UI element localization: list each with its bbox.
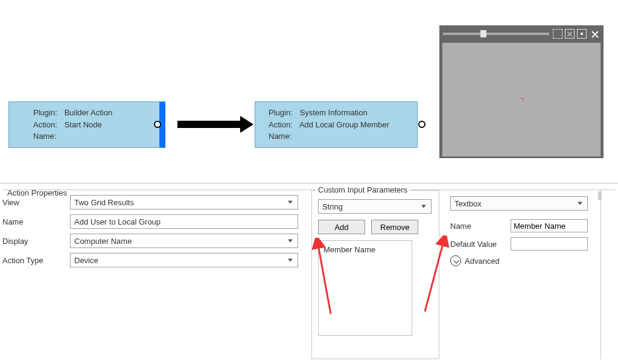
parameter-detail: Textbox Name Default Value Advanced	[444, 190, 601, 359]
view-label: View	[2, 198, 70, 207]
node-plugin-value: System Information	[300, 108, 368, 117]
scrollbar-thumb[interactable]	[598, 191, 602, 200]
node-start[interactable]: Plugin: Builder Action Action: Start Nod…	[8, 101, 165, 148]
custom-input-parameters: Custom Input Parameters String Add Remov…	[311, 190, 439, 359]
name-input[interactable]: Add User to Local Group	[70, 214, 298, 229]
node-action-label: Action:	[269, 119, 298, 131]
node-name-label: Name:	[33, 130, 62, 142]
preview-marker	[520, 98, 523, 101]
connector-arrow[interactable]	[177, 121, 243, 128]
node-plugin-label: Plugin:	[33, 107, 62, 119]
param-default-label: Default Value	[450, 240, 511, 249]
preview-zoom-slider[interactable]	[443, 33, 549, 35]
node-output-port[interactable]	[154, 121, 161, 128]
param-control-type-select[interactable]: Textbox	[450, 196, 588, 211]
chevron-down-icon	[450, 255, 461, 266]
node-name-label: Name:	[269, 130, 298, 142]
node-action-value: Start Node	[65, 120, 102, 129]
node-action-value: Add Local Group Member	[299, 120, 389, 129]
display-select[interactable]: Computer Name	[70, 234, 298, 248]
cip-listbox[interactable]: Member Name	[318, 240, 412, 336]
action-properties-panel: Action Properties View Two Grid Results …	[2, 190, 616, 359]
panel-divider[interactable]	[0, 183, 618, 184]
display-value: Computer Name	[74, 237, 132, 246]
param-name-label: Name	[450, 222, 511, 231]
add-button[interactable]: Add	[318, 220, 365, 234]
remove-button[interactable]: Remove	[371, 220, 418, 234]
workflow-canvas[interactable]: Plugin: Builder Action Action: Start Nod…	[0, 0, 618, 183]
param-name-input[interactable]	[511, 219, 588, 232]
name-label: Name	[2, 217, 70, 226]
preview-viewport[interactable]	[442, 42, 601, 157]
preview-window[interactable]	[439, 25, 604, 158]
cip-type-value: String	[322, 202, 343, 211]
view-value: Two Grid Results	[74, 198, 134, 207]
node-plugin-value: Builder Action	[65, 108, 113, 117]
action-type-label: Action Type	[2, 256, 70, 265]
param-default-input[interactable]	[511, 237, 588, 251]
fit-icon[interactable]	[553, 29, 562, 39]
param-control-type-value: Textbox	[454, 199, 482, 208]
display-label: Display	[2, 237, 70, 246]
action-type-select[interactable]: Device	[70, 253, 298, 267]
action-type-value: Device	[74, 256, 98, 265]
cip-type-select[interactable]: String	[318, 199, 432, 214]
node-target[interactable]: Plugin: System Information Action: Add L…	[255, 101, 418, 148]
advanced-label: Advanced	[465, 257, 500, 266]
expand-icon[interactable]	[565, 29, 575, 39]
preview-titlebar[interactable]	[441, 27, 602, 41]
center-icon[interactable]	[577, 29, 587, 39]
close-icon[interactable]	[590, 29, 600, 39]
node-output-port[interactable]	[418, 121, 425, 128]
node-plugin-label: Plugin:	[269, 107, 298, 119]
list-item[interactable]: Member Name	[319, 243, 412, 256]
properties-form: View Two Grid Results Name Add User to L…	[2, 195, 304, 272]
name-value: Add User to Local Group	[74, 217, 161, 226]
view-select[interactable]: Two Grid Results	[70, 195, 298, 209]
cip-label: Custom Input Parameters	[316, 185, 410, 194]
slider-thumb[interactable]	[480, 30, 486, 37]
advanced-toggle[interactable]: Advanced	[450, 255, 596, 266]
node-action-label: Action:	[33, 119, 62, 131]
